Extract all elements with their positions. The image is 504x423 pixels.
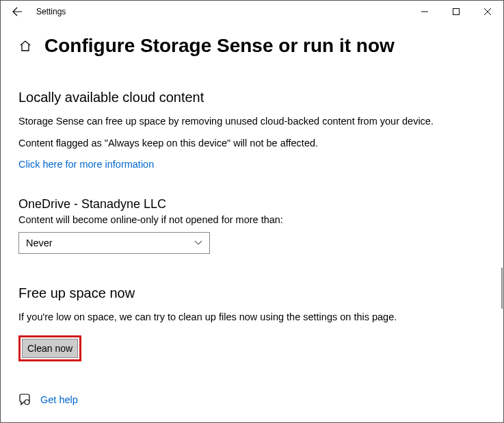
titlebar: Settings (1, 1, 503, 23)
chevron-down-icon (194, 238, 202, 248)
svg-point-4 (25, 400, 29, 405)
onedrive-threshold-dropdown[interactable]: Never (18, 232, 210, 254)
onedrive-description: Content will become online-only if not o… (18, 214, 486, 225)
window-controls (409, 1, 503, 23)
back-button[interactable] (6, 1, 28, 23)
cloud-description-2: Content flagged as "Always keep on this … (18, 137, 486, 151)
onedrive-heading: OneDrive - Stanadyne LLC (18, 197, 486, 212)
window-title: Settings (36, 7, 66, 16)
content-area: Configure Storage Sense or run it now Lo… (1, 23, 503, 361)
svg-rect-1 (453, 9, 460, 15)
highlight-annotation: Clean now (18, 335, 81, 361)
maximize-button[interactable] (440, 1, 472, 23)
scrollbar[interactable] (501, 268, 503, 309)
help-row: Get help (18, 394, 78, 406)
freeup-description: If you're low on space, we can try to cl… (18, 311, 486, 324)
page-title: Configure Storage Sense or run it now (44, 35, 395, 57)
help-icon (18, 394, 31, 406)
home-icon[interactable] (18, 39, 32, 53)
more-info-link[interactable]: Click here for more information (18, 159, 154, 170)
cloud-content-heading: Locally available cloud content (18, 90, 486, 105)
get-help-link[interactable]: Get help (40, 394, 78, 405)
freeup-heading: Free up space now (18, 285, 486, 301)
cloud-description-1: Storage Sense can free up space by remov… (18, 115, 486, 129)
close-button[interactable] (472, 1, 503, 23)
page-header: Configure Storage Sense or run it now (18, 35, 486, 57)
minimize-button[interactable] (409, 1, 440, 23)
clean-now-button[interactable]: Clean now (22, 339, 78, 358)
dropdown-selected-value: Never (26, 238, 53, 248)
